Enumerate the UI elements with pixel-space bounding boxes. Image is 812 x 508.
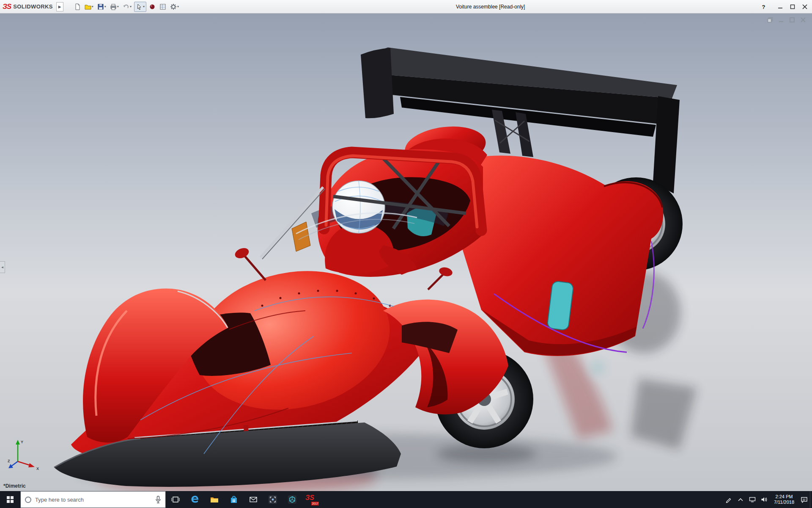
pen-tray-button[interactable]: [723, 491, 735, 508]
quick-toolbar: ▾ ▾ ▾ ▾ ▾ ▾: [73, 2, 180, 12]
volume-tray-button[interactable]: [758, 491, 770, 508]
save-dropdown-caret[interactable]: ▾: [104, 5, 106, 8]
clock-time: 2:24 PM: [774, 494, 794, 500]
options-dropdown-caret[interactable]: ▾: [177, 5, 179, 8]
store-bag-icon: [229, 495, 239, 504]
file-explorer-button[interactable]: [205, 491, 224, 508]
print-icon: [110, 3, 117, 10]
print-button[interactable]: ▾: [109, 2, 120, 12]
solidworks-app-button[interactable]: ЗS 2017: [302, 491, 321, 508]
maximize-icon: [790, 4, 795, 9]
open-folder-icon: [85, 3, 91, 10]
save-icon: [97, 3, 104, 10]
solidworks-version-badge: 2017: [311, 502, 319, 505]
maximize-button[interactable]: [787, 1, 798, 12]
view-orientation-label: *Dimetric: [3, 483, 26, 489]
options-button[interactable]: ▾: [169, 2, 180, 12]
clock-date: 7/11/2018: [774, 500, 794, 505]
titlebar: ЗS SOLIDWORKS ▶ ▾ ▾ ▾ ▾ ▾: [0, 0, 812, 14]
design-table-icon: [159, 3, 166, 10]
close-button[interactable]: [799, 1, 810, 12]
task-view-icon: [171, 496, 180, 503]
triad-y-label: Y: [21, 440, 23, 444]
design-table-button[interactable]: [158, 2, 167, 12]
solidworks-logo-icon: ЗS: [3, 3, 11, 11]
tray-overflow-button[interactable]: [735, 491, 746, 508]
network-tray-button[interactable]: [746, 491, 758, 508]
solidworks-app-icon: ЗS 2017: [305, 494, 318, 505]
taskbar-clock[interactable]: 2:24 PM 7/11/2018: [770, 494, 798, 505]
triad-z-label: Z: [8, 459, 10, 463]
doc-maximize-icon[interactable]: [789, 17, 795, 23]
3d-cube-icon: [287, 494, 297, 505]
minimize-icon: [778, 4, 783, 9]
triad-x-label: X: [36, 467, 39, 471]
select-tool-button[interactable]: ▾: [134, 2, 146, 12]
edge-icon: [190, 494, 200, 505]
3d-viewer-app-button[interactable]: [283, 491, 302, 508]
start-button[interactable]: [0, 491, 20, 508]
undo-button[interactable]: ▾: [121, 2, 133, 12]
mail-button[interactable]: [244, 491, 263, 508]
edge-button[interactable]: [185, 491, 205, 508]
taskbar-search-input[interactable]: Type here to search: [20, 491, 166, 508]
system-tray: 2:24 PM 7/11/2018: [723, 491, 812, 508]
minimize-button[interactable]: [774, 1, 786, 12]
action-center-button[interactable]: [798, 491, 810, 508]
orientation-triad: Y X Z: [7, 436, 46, 473]
mail-icon: [249, 495, 258, 504]
material-sphere-icon: [149, 3, 156, 10]
solidworks-logo: ЗS SOLIDWORKS ▶: [0, 2, 66, 11]
open-button[interactable]: ▾: [83, 2, 95, 12]
help-button[interactable]: ?: [758, 1, 769, 12]
select-dropdown-caret[interactable]: ▾: [143, 5, 145, 8]
doc-restore-icon[interactable]: [767, 17, 773, 23]
search-placeholder: Type here to search: [35, 497, 151, 503]
pen-icon: [725, 497, 732, 503]
window-controls: ?: [758, 0, 810, 14]
open-dropdown-caret[interactable]: ▾: [92, 5, 93, 8]
action-center-icon: [801, 497, 808, 503]
left-mirror: [233, 246, 266, 280]
microphone-icon[interactable]: [155, 496, 161, 503]
print-dropdown-caret[interactable]: ▾: [117, 5, 119, 8]
doc-minimize-icon[interactable]: [778, 17, 784, 23]
volume-icon: [761, 497, 768, 502]
save-button[interactable]: ▾: [96, 2, 107, 12]
panel-collapse-arrow[interactable]: ◄: [0, 261, 5, 273]
select-arrow-icon: [136, 3, 143, 10]
screenshot-app-button[interactable]: [263, 491, 283, 508]
brand-text: SOLIDWORKS: [13, 3, 53, 10]
folder-icon: [210, 495, 219, 504]
expand-menu-button[interactable]: ▶: [56, 2, 63, 11]
material-button[interactable]: [148, 2, 157, 12]
taskbar: Type here to search ЗS 2017: [0, 491, 812, 508]
graphics-viewport[interactable]: ◄ Y X Z *Dimetric: [0, 14, 812, 491]
cortana-icon: [25, 497, 31, 503]
windows-logo-icon: [7, 496, 14, 503]
undo-dropdown-caret[interactable]: ▾: [130, 5, 132, 8]
network-icon: [749, 497, 756, 502]
task-view-button[interactable]: [166, 491, 185, 508]
doc-close-icon[interactable]: [800, 17, 806, 23]
gear-icon: [170, 3, 177, 10]
right-mirror: [428, 266, 453, 290]
close-icon: [802, 4, 807, 9]
window-title: Voiture assemblee [Read-only]: [456, 0, 525, 14]
new-document-button[interactable]: [73, 2, 82, 12]
chevron-up-icon: [738, 498, 743, 501]
undo-icon: [123, 3, 129, 10]
store-button[interactable]: [224, 491, 244, 508]
car-model: [0, 14, 812, 491]
show-desktop-button[interactable]: [810, 491, 812, 508]
new-document-icon: [74, 3, 81, 10]
document-window-controls: [767, 17, 806, 23]
screenshot-app-icon: [268, 494, 278, 505]
